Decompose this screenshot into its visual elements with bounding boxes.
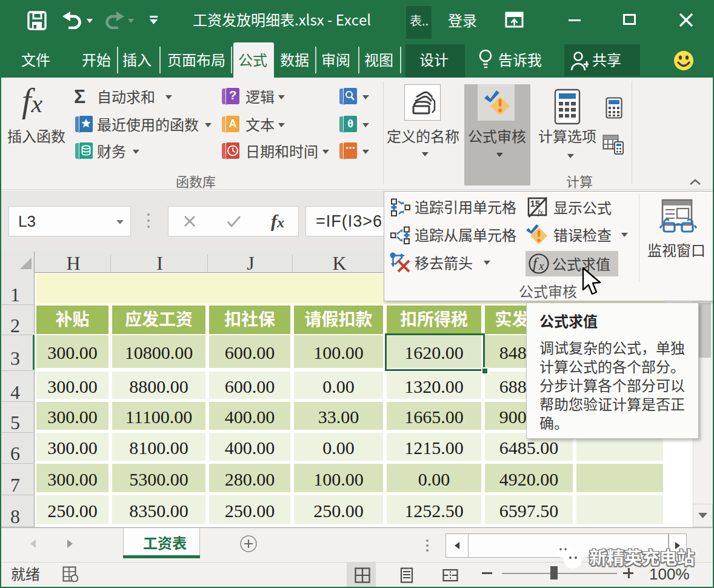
svg-text:fx: fx xyxy=(538,207,544,216)
svg-text:x: x xyxy=(538,259,544,272)
svg-text:θ: θ xyxy=(347,118,353,130)
svg-text:A: A xyxy=(229,118,237,130)
svg-text:f: f xyxy=(533,255,539,272)
svg-text:?: ? xyxy=(229,89,236,102)
